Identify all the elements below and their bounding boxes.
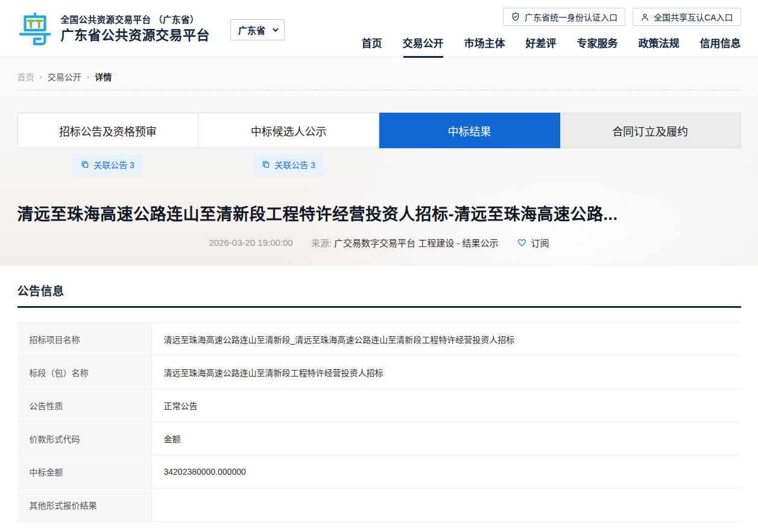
region-selector[interactable]: 广东省 bbox=[230, 19, 285, 40]
tab-contract-performance[interactable]: 合同订立及履约 bbox=[560, 113, 741, 148]
heart-outline-icon bbox=[517, 237, 527, 248]
nav-item-home[interactable]: 首页 bbox=[362, 35, 382, 58]
page: 全国公共资源交易平台 （广东省） 广东省公共资源交易平台 广东省 bbox=[0, 0, 758, 532]
source-label: 来源: bbox=[311, 238, 332, 248]
ca-entry-button[interactable]: 全国共享互认CA入口 bbox=[633, 8, 741, 26]
copy-icon bbox=[81, 160, 89, 169]
row-value: 金额 bbox=[152, 422, 741, 455]
site-logo-icon bbox=[17, 12, 52, 47]
row-label: 价款形式代码 bbox=[17, 422, 152, 455]
breadcrumb-trade-public[interactable]: 交易公开 bbox=[48, 70, 81, 83]
publish-datetime: 2026-03-20 19:00:00 bbox=[209, 237, 292, 248]
related-announcements-badge-1[interactable]: 关联公告 3 bbox=[72, 154, 143, 175]
row-label: 招标项目名称 bbox=[17, 323, 152, 355]
nav-item-policies[interactable]: 政策法规 bbox=[639, 35, 680, 58]
breadcrumb-separator: › bbox=[87, 72, 89, 81]
main-nav: 首页 交易公开 市场主体 好差评 专家服务 政策法规 信用信息 bbox=[362, 35, 741, 58]
article-meta: 2026-03-20 19:00:00 来源: 广交易数字交易平台 工程建设 -… bbox=[17, 236, 741, 249]
related-badges-row: 关联公告 3 关联公告 3 bbox=[17, 154, 741, 175]
copy-icon bbox=[262, 160, 270, 169]
auth-entries: 广东省统一身份认证入口 全国共享互认CA入口 bbox=[503, 8, 741, 26]
table-row: 价款形式代码 金额 bbox=[17, 422, 741, 455]
tab-bid-announcement[interactable]: 招标公告及资格预审 bbox=[17, 113, 199, 148]
platform-titles: 全国公共资源交易平台 （广东省） 广东省公共资源交易平台 bbox=[61, 14, 210, 44]
page-title: 清远至珠海高速公路连山至清新段工程特许经营投资人招标-清远至珠海高速公路... bbox=[17, 201, 741, 225]
table-row: 招标项目名称 清远至珠海高速公路连山至清新段_清远至珠海高速公路连山至清新段工程… bbox=[17, 323, 741, 356]
section-title-rule bbox=[17, 306, 741, 308]
nav-item-market-entities[interactable]: 市场主体 bbox=[464, 35, 505, 58]
row-value: 34202380000.000000 bbox=[152, 455, 741, 488]
chevron-down-icon bbox=[273, 26, 279, 32]
table-row: 中标金额 34202380000.000000 bbox=[17, 455, 741, 489]
section-title: 公告信息 bbox=[17, 282, 741, 298]
row-value bbox=[152, 489, 741, 521]
subscribe-button[interactable]: 订阅 bbox=[517, 236, 549, 249]
row-value: 清远至珠海高速公路连山至清新段_清远至珠海高速公路连山至清新段工程特许经营投资人… bbox=[152, 323, 741, 355]
region-selector-value: 广东省 bbox=[238, 23, 265, 36]
announcement-table: 招标项目名称 清远至珠海高速公路连山至清新段_清远至珠海高速公路连山至清新段工程… bbox=[17, 322, 741, 522]
platform-name-province: 广东省公共资源交易平台 bbox=[61, 27, 210, 45]
breadcrumb-home[interactable]: 首页 bbox=[17, 70, 34, 83]
breadcrumb: 首页 › 交易公开 › 详情 bbox=[17, 57, 741, 90]
row-label: 标段（包）名称 bbox=[17, 356, 152, 389]
row-value: 清远至珠海高速公路连山至清新段工程特许经营投资人招标 bbox=[152, 356, 741, 389]
row-value: 正常公告 bbox=[152, 389, 741, 422]
table-row: 公告性质 正常公告 bbox=[17, 389, 741, 422]
breadcrumb-separator: › bbox=[40, 72, 42, 81]
nav-item-credit-info[interactable]: 信用信息 bbox=[700, 35, 741, 58]
hero-band: 首页 › 交易公开 › 详情 招标公告及资格预审 中标候选人公示 中标结果 合同… bbox=[0, 57, 758, 266]
breadcrumb-detail: 详情 bbox=[95, 70, 112, 83]
related-announcements-label: 关联公告 3 bbox=[274, 158, 315, 171]
stage-tabs: 招标公告及资格预审 中标候选人公示 中标结果 合同订立及履约 bbox=[17, 113, 741, 148]
source-value: 广交易数字交易平台 工程建设 - 结果公示 bbox=[334, 238, 499, 248]
related-announcements-label: 关联公告 3 bbox=[93, 158, 134, 171]
platform-name-national: 全国公共资源交易平台 （广东省） bbox=[61, 14, 210, 27]
shield-icon bbox=[511, 12, 520, 22]
tab-bid-result[interactable]: 中标结果 bbox=[379, 113, 560, 148]
nav-item-trade-public[interactable]: 交易公开 bbox=[403, 35, 444, 58]
table-row: 标段（包）名称 清远至珠海高速公路连山至清新段工程特许经营投资人招标 bbox=[17, 356, 741, 389]
tab-winning-candidates[interactable]: 中标候选人公示 bbox=[198, 113, 379, 148]
row-label: 其他形式报价结果 bbox=[17, 489, 152, 521]
source-info: 来源: 广交易数字交易平台 工程建设 - 结果公示 bbox=[311, 236, 499, 249]
row-label: 中标金额 bbox=[17, 455, 152, 488]
main-content: 公告信息 招标项目名称 清远至珠海高速公路连山至清新段_清远至珠海高速公路连山至… bbox=[0, 266, 758, 532]
person-icon bbox=[640, 13, 649, 22]
nav-item-ratings[interactable]: 好差评 bbox=[526, 35, 557, 58]
ca-entry-label: 全国共享互认CA入口 bbox=[654, 11, 733, 23]
site-header: 全国公共资源交易平台 （广东省） 广东省公共资源交易平台 广东省 bbox=[0, 0, 758, 57]
related-announcements-badge-2[interactable]: 关联公告 3 bbox=[253, 154, 324, 175]
brand[interactable]: 全国公共资源交易平台 （广东省） 广东省公共资源交易平台 广东省 bbox=[17, 0, 285, 57]
table-row: 其他形式报价结果 bbox=[17, 489, 741, 522]
identity-auth-entry-label: 广东省统一身份认证入口 bbox=[525, 11, 617, 23]
row-label: 公告性质 bbox=[17, 389, 152, 422]
breadcrumb-divider bbox=[17, 90, 741, 90]
header-right: 广东省统一身份认证入口 全国共享互认CA入口 首页 交 bbox=[362, 0, 741, 57]
identity-auth-entry-button[interactable]: 广东省统一身份认证入口 bbox=[503, 8, 625, 26]
nav-item-expert-services[interactable]: 专家服务 bbox=[577, 35, 618, 58]
subscribe-label: 订阅 bbox=[531, 236, 549, 249]
